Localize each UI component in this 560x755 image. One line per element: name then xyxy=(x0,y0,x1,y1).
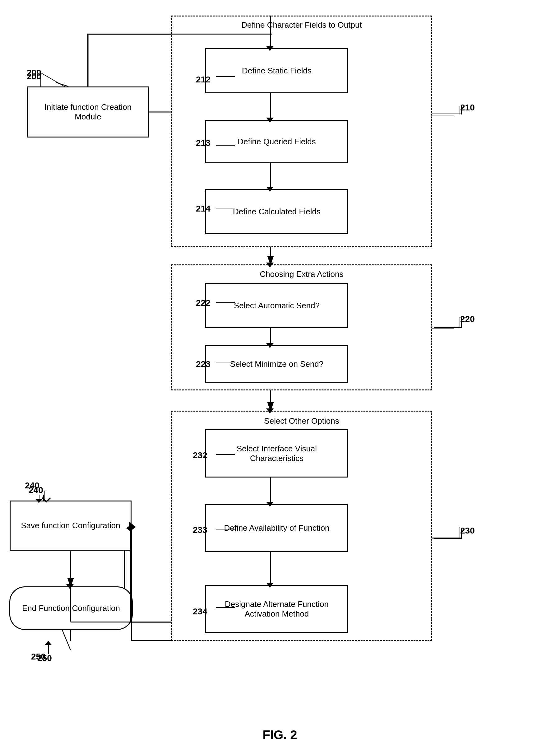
initiate-label: Initiate function Creation Module xyxy=(31,102,145,122)
save-box: Save function Configuration xyxy=(9,501,132,550)
group1-title: Define Character Fields to Output xyxy=(186,20,417,30)
ref-230: 230 xyxy=(460,526,475,536)
ref-250-dup: 250 xyxy=(37,653,52,663)
box-212-label: Define Static Fields xyxy=(242,66,312,76)
svg-line-13 xyxy=(62,630,71,650)
ref-214: 214 xyxy=(196,204,211,214)
box-212: Define Static Fields xyxy=(205,48,348,93)
ref-210: 210 xyxy=(460,103,475,113)
box-232-label: Select Interface Visual Characteristics xyxy=(209,444,344,463)
box-234: Designate Alternate Function Activation … xyxy=(205,585,348,633)
initiate-box: Initiate function Creation Module xyxy=(27,86,149,137)
ref-200-label: 200 xyxy=(27,72,41,81)
ref-240-dup: 240 xyxy=(28,485,43,495)
end-label: End Function Configuration xyxy=(22,603,120,613)
box-232: Select Interface Visual Characteristics xyxy=(205,429,348,478)
end-box: End Function Configuration xyxy=(9,586,133,630)
box-223-label: Select Minimize on Send? xyxy=(230,359,324,369)
diagram-container: 200 200 Initiate function Creation Modul… xyxy=(0,0,560,755)
ref-232: 232 xyxy=(193,450,207,460)
ref-223: 223 xyxy=(196,359,211,369)
fig-label: FIG. 2 xyxy=(236,728,323,742)
ref-220: 220 xyxy=(460,314,475,324)
box-214-label: Define Calculated Fields xyxy=(233,207,321,216)
box-222: Select Automatic Send? xyxy=(205,283,348,328)
ref-234: 234 xyxy=(193,607,207,617)
box-214: Define Calculated Fields xyxy=(205,189,348,234)
box-233-label: Define Availability of Function xyxy=(224,523,329,533)
ref-212: 212 xyxy=(196,75,211,84)
box-234-label: Designate Alternate Function Activation … xyxy=(209,599,344,619)
ref-233: 233 xyxy=(193,525,207,535)
group3-title: Select Other Options xyxy=(186,416,417,426)
group2-title: Choosing Extra Actions xyxy=(186,269,417,279)
ref-213: 213 xyxy=(196,138,211,148)
ref-222: 222 xyxy=(196,298,211,308)
save-label: Save function Configuration xyxy=(21,521,120,530)
box-213-label: Define Queried Fields xyxy=(238,137,316,147)
box-213: Define Queried Fields xyxy=(205,120,348,163)
box-223: Select Minimize on Send? xyxy=(205,345,348,383)
box-233: Define Availability of Function xyxy=(205,504,348,552)
box-222-label: Select Automatic Send? xyxy=(234,301,320,310)
